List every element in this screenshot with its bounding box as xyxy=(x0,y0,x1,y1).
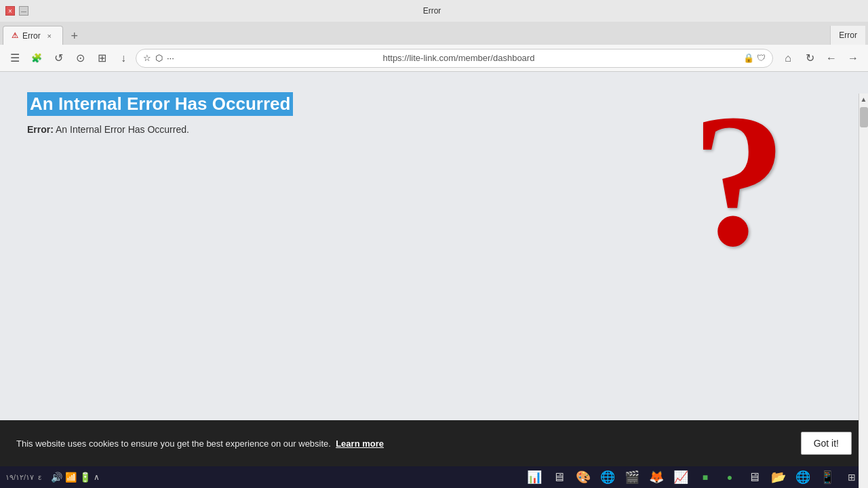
network-icon[interactable]: 📶 xyxy=(65,472,77,483)
taskbar-app-last[interactable]: 📱 xyxy=(816,468,838,487)
collections-button[interactable]: ⊞ xyxy=(92,49,111,68)
sys-tray-left: ١٩/١٢/١٧ ε xyxy=(5,473,41,482)
taskbar-app-1[interactable]: 📊 xyxy=(524,468,545,487)
taskbar: ١٩/١٢/١٧ ε 🔊 📶 🔋 ∧ 📊 🖥 🎨 🌐 🎬 🦊 📈 ■ ● 🖥 📂… xyxy=(0,466,868,488)
page-content: An Internal Error Has Occurred Error: An… xyxy=(0,72,868,420)
up-arrow-icon[interactable]: ∧ xyxy=(94,472,100,482)
taskbar-app-firefox[interactable]: 🦊 xyxy=(646,468,667,487)
taskbar-app-green1[interactable]: ■ xyxy=(694,468,716,487)
scroll-up-button[interactable]: ▲ xyxy=(859,94,869,104)
new-tab-button[interactable]: + xyxy=(66,27,83,45)
shield-icon: 🛡 xyxy=(757,53,766,63)
page-heading: An Internal Error Has Occurred xyxy=(27,92,293,116)
browser-main: An Internal Error Has Occurred Error: An… xyxy=(0,72,868,466)
taskbar-app-chrome[interactable]: 🌐 xyxy=(597,468,618,487)
cookie-banner: This website uses cookies to ensure you … xyxy=(0,420,868,466)
home-button[interactable]: ⌂ xyxy=(778,49,797,68)
more-tools-icon[interactable]: ··· xyxy=(167,53,174,63)
scroll-thumb[interactable] xyxy=(860,107,868,127)
battery-icon[interactable]: 🔋 xyxy=(79,472,91,483)
nav-bar: ☰ 🧩 ↺ ⊙ ⊞ ↓ ☆ ⬡ ··· https://lite-link.co… xyxy=(0,45,868,72)
browser-window: × — Error ⚠ Error × + Error ☰ 🧩 ↺ ⊙ ⊞ ↓ … xyxy=(0,0,868,488)
title-bar: × — Error xyxy=(0,0,868,22)
window-title: Error xyxy=(423,6,441,16)
tab-close-button[interactable]: × xyxy=(45,31,54,41)
forward-button[interactable]: → xyxy=(844,49,863,68)
reader-mode-button[interactable]: ⊙ xyxy=(71,49,90,68)
question-mark-icon: ? xyxy=(692,85,787,275)
sidebar-panel-label: Error xyxy=(830,26,865,45)
volume-icon[interactable]: 🔊 xyxy=(51,472,62,483)
accept-cookies-button[interactable]: Got it! xyxy=(801,432,852,455)
taskbar-app-ie[interactable]: 🌐 xyxy=(792,468,814,487)
taskbar-app-chart[interactable]: 📈 xyxy=(670,468,692,487)
reload-button[interactable]: ↻ xyxy=(800,49,819,68)
tab-label: Error xyxy=(22,31,41,41)
download-button[interactable]: ↓ xyxy=(114,49,133,68)
pocket-icon[interactable]: ⬡ xyxy=(155,53,163,63)
error-label: Error: xyxy=(27,124,54,135)
arabic-label: ε xyxy=(38,473,41,481)
extensions-icon[interactable]: 🧩 xyxy=(27,49,46,68)
taskbar-app-2[interactable]: 🖥 xyxy=(548,468,570,487)
back-button[interactable]: ← xyxy=(822,49,841,68)
minimize-button[interactable]: — xyxy=(19,6,28,16)
taskbar-app-media[interactable]: 🎬 xyxy=(621,468,643,487)
clock-display: ١٩/١٢/١٧ xyxy=(5,473,34,482)
taskbar-app-green2[interactable]: ● xyxy=(719,468,741,487)
taskbar-app-folder[interactable]: 📂 xyxy=(768,468,789,487)
learn-more-link[interactable]: Learn more xyxy=(336,439,384,449)
cookie-message: This website uses cookies to ensure you … xyxy=(16,439,795,449)
tab-favicon: ⚠ xyxy=(12,31,18,40)
browser-content: An Internal Error Has Occurred Error: An… xyxy=(0,72,868,466)
close-button[interactable]: × xyxy=(5,6,15,16)
scrollbar[interactable]: ▲ ▼ xyxy=(859,94,868,488)
refresh-button[interactable]: ↺ xyxy=(49,49,68,68)
address-bar[interactable]: ☆ ⬡ ··· https://lite-link.com/member/das… xyxy=(136,49,773,68)
taskbar-app-explorer[interactable]: 🖥 xyxy=(743,468,765,487)
lock-icon: 🔒 xyxy=(743,53,754,63)
bookmark-icon[interactable]: ☆ xyxy=(143,53,151,63)
active-tab[interactable]: ⚠ Error × xyxy=(3,26,63,45)
hamburger-menu-button[interactable]: ☰ xyxy=(5,49,24,68)
tab-bar: ⚠ Error × + Error xyxy=(0,22,868,45)
url-display[interactable]: https://lite-link.com/member/dashboard xyxy=(178,53,739,63)
taskbar-app-photoshop[interactable]: 🎨 xyxy=(572,468,594,487)
error-message: An Internal Error Has Occurred. xyxy=(56,124,189,135)
